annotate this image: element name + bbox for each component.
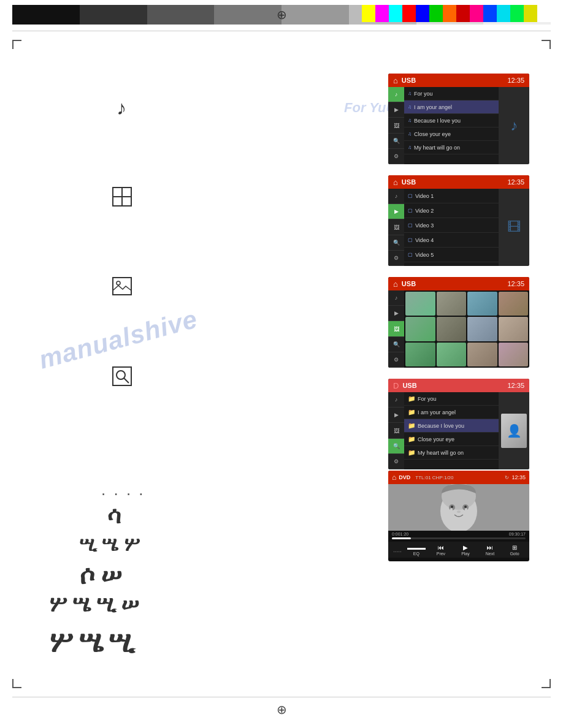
symbol-char-4d: ሠ — [121, 591, 139, 616]
ps-photo[interactable]: 🖼 — [388, 321, 404, 336]
photo-cell-7[interactable] — [467, 317, 497, 341]
dvd-prev-label: Prev — [437, 552, 445, 556]
symbol-char-4b: ሤ — [72, 591, 91, 616]
svg-point-16 — [450, 508, 453, 512]
folder-item-4[interactable]: 📁Close your eye — [404, 433, 499, 446]
photo-cell-12[interactable] — [499, 343, 529, 366]
usb-time-1: 12:35 — [507, 77, 524, 84]
color-bar — [80, 5, 147, 25]
photo-cell-5[interactable] — [405, 317, 435, 341]
list-item-1[interactable]: ♫For you — [404, 87, 499, 100]
usb-body-1: ♪ ▶ 🖼 🔍 ⚙ ♫For you ♫I am your angel ♫Bec… — [388, 87, 529, 164]
symbol-char-2c: ሦ — [124, 533, 140, 555]
usb-screen-music: ⌂ USB 12:35 ♪ ▶ 🖼 🔍 ⚙ ♫For you ♫I am you… — [388, 74, 529, 164]
svg-point-4 — [117, 281, 120, 285]
ps-video[interactable]: ▶ — [388, 306, 404, 321]
fs-video[interactable]: ▶ — [388, 408, 404, 423]
video-item-1[interactable]: ▢Video 1 — [404, 189, 499, 203]
sidebar-video-2[interactable]: ▶ — [388, 204, 404, 219]
bottom-crosshair: ⊕ — [277, 702, 287, 717]
folder-icon-3: 📁 — [408, 422, 415, 429]
ps-search[interactable]: 🔍 — [388, 337, 404, 352]
list-item-3[interactable]: ♫Because I love you — [404, 114, 499, 127]
usb-title-4: USB — [402, 382, 504, 389]
dvd-eq-button[interactable]: ▬▬▬ EQ — [404, 542, 429, 558]
s-photo-icon: 🖼 — [394, 224, 399, 230]
sidebar-settings-2[interactable]: ⚙ — [388, 251, 404, 266]
photo-cell-6[interactable] — [437, 317, 467, 341]
dvd-time-start: 0:001:20 — [392, 532, 408, 536]
photo-cell-1[interactable] — [405, 292, 435, 316]
music-note-icon-3: ♫ — [408, 118, 412, 123]
sidebar-search[interactable]: 🔍 — [388, 134, 404, 149]
video-item-2[interactable]: ▢Video 2 — [404, 203, 499, 218]
folder-item-2[interactable]: 📁I am your angel — [404, 406, 499, 419]
color-bar-green — [429, 5, 443, 22]
fs-music-icon: ♪ — [395, 396, 398, 403]
sidebar-search-2[interactable]: 🔍 — [388, 235, 404, 251]
fs-search[interactable]: 🔍 — [388, 439, 404, 454]
photo-cell-11[interactable] — [467, 343, 497, 366]
sidebar-photo[interactable]: 🖼 — [388, 118, 404, 133]
folder-item-1[interactable]: 📁For you — [404, 392, 499, 406]
fs-settings[interactable]: ⚙ — [388, 454, 404, 469]
photo-grid — [404, 290, 529, 368]
dvd-prev-button[interactable]: ⏮ Prev — [429, 542, 453, 558]
video-item-4[interactable]: ▢Video 4 — [404, 233, 499, 248]
symbol-row-4: ሦ ሤ ሢ ሠ — [49, 591, 139, 617]
usb-header-2: ⌂ USB 12:35 — [388, 175, 529, 189]
folder-item-5[interactable]: 📁My heart will go on — [404, 446, 499, 460]
sidebar-photo-2[interactable]: 🖼 — [388, 219, 404, 235]
usb-list-video: ▢Video 1 ▢Video 2 ▢Video 3 ▢Video 4 ▢Vid… — [404, 189, 499, 266]
folder-label-4: Close your eye — [418, 436, 454, 442]
photo-cell-4[interactable] — [499, 292, 529, 316]
dvd-more-icon[interactable]: ..... — [391, 547, 404, 553]
folder-item-3[interactable]: 📁Because I love you — [404, 419, 499, 433]
svg-line-7 — [124, 378, 129, 383]
item-label-4: Close your eye — [414, 131, 451, 137]
s-settings-icon: ⚙ — [394, 255, 399, 261]
dvd-progress-bar[interactable] — [392, 537, 526, 539]
ps-settings[interactable]: ⚙ — [388, 352, 404, 368]
usb-thumbnail-video: 🎞 — [499, 189, 529, 266]
usb-sidebar-1: ♪ ▶ 🖼 🔍 ⚙ — [388, 87, 404, 164]
fs-music[interactable]: ♪ — [388, 392, 404, 408]
fs-photo[interactable]: 🖼 — [388, 423, 404, 438]
item-label-5: My heart will go on — [414, 145, 460, 151]
list-item-4[interactable]: ♫Close your eye — [404, 127, 499, 141]
dvd-home-icon: ⌂ — [392, 473, 396, 482]
dvd-progress-area: 0:001:20 09:30:17 — [388, 531, 529, 542]
symbol-char-2a: ሢ — [80, 533, 96, 555]
sidebar-settings[interactable]: ⚙ — [388, 149, 404, 164]
symbol-char-4c: ሢ — [97, 591, 116, 616]
dvd-play-icon: ▶ — [463, 544, 468, 551]
dvd-time-row: 0:001:20 09:30:17 — [392, 532, 526, 536]
dvd-play-button[interactable]: ▶ Play — [453, 542, 478, 558]
sidebar-video[interactable]: ▶ — [388, 102, 404, 118]
music-note-icon: ♫ — [408, 91, 412, 96]
svg-point-14 — [464, 506, 467, 508]
video-icon-3: ▢ — [408, 222, 413, 228]
music-icon: ♪ — [117, 97, 126, 119]
dvd-goto-button[interactable]: ⊞ Goto — [502, 542, 527, 558]
ps-music[interactable]: ♪ — [388, 290, 404, 306]
photo-cell-8[interactable] — [499, 317, 529, 341]
video-label-1: Video 1 — [415, 193, 434, 199]
usb-body-4: ♪ ▶ 🖼 🔍 ⚙ 📁For you 📁I am your angel 📁Bec… — [388, 392, 529, 469]
photo-cell-10[interactable] — [437, 343, 467, 366]
list-item-5[interactable]: ♫My heart will go on — [404, 141, 499, 154]
color-bar-darkred — [456, 5, 470, 22]
photo-cell-9[interactable] — [405, 343, 435, 366]
list-item-2[interactable]: ♫I am your angel — [404, 100, 499, 114]
video-item-3[interactable]: ▢Video 3 — [404, 218, 499, 233]
video-item-5[interactable]: ▢Video 5 — [404, 248, 499, 262]
color-bar-yellow2 — [524, 5, 537, 22]
right-panel: ⌂ USB 12:35 ♪ ▶ 🖼 🔍 ⚙ ♫For you ♫I am you… — [388, 74, 529, 469]
photo-cell-2[interactable] — [437, 292, 467, 316]
sidebar-music-2[interactable]: ♪ — [388, 189, 404, 204]
sidebar-music[interactable]: ♪ — [388, 87, 404, 102]
dvd-prev-icon: ⏮ — [438, 544, 444, 551]
dvd-next-button[interactable]: ⏭ Next — [478, 542, 502, 558]
photo-cell-3[interactable] — [467, 292, 497, 316]
sidebar-video-icon: ▶ — [394, 107, 399, 113]
